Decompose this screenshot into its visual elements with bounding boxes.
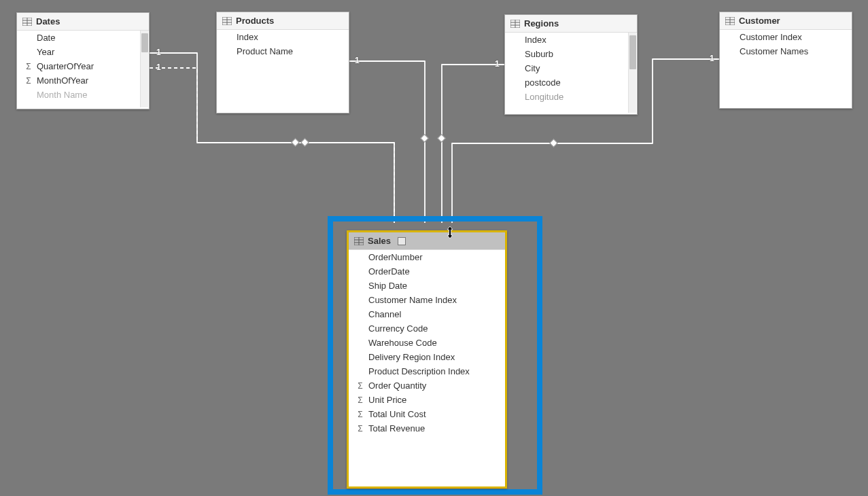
table-badge-icon: [398, 237, 406, 245]
filter-direction-node: [300, 138, 309, 147]
field-name: City: [525, 63, 540, 73]
field-name: Product Description Index: [368, 366, 470, 376]
cardinality-many: *: [413, 217, 416, 224]
scrollbar[interactable]: [628, 33, 636, 113]
filter-direction-node: [549, 139, 558, 147]
field-row[interactable]: Warehouse Code: [349, 336, 505, 350]
field-name: Channel: [368, 309, 401, 319]
field-name: MonthOfYear: [37, 75, 88, 86]
sigma-icon: Σ: [24, 62, 33, 71]
table-icon: [510, 20, 520, 28]
field-name: OrderDate: [368, 266, 410, 277]
field-row[interactable]: Longitude: [505, 90, 637, 104]
field-name: Currency Code: [368, 323, 428, 334]
field-row[interactable]: OrderNumber: [349, 250, 505, 264]
field-row[interactable]: Product Description Index: [349, 364, 505, 378]
table-icon: [354, 237, 364, 245]
cardinality-dates-1: 1: [156, 48, 161, 57]
table-header-products[interactable]: Products: [217, 12, 349, 30]
field-name: Month Name: [37, 90, 87, 100]
scrollbar[interactable]: [140, 31, 148, 107]
cardinality-products: 1: [355, 56, 360, 65]
cardinality-many: *: [443, 217, 446, 224]
field-row[interactable]: ΣQuarterOfYear: [17, 59, 149, 73]
field-name: Warehouse Code: [368, 338, 437, 348]
sigma-icon: Σ: [355, 381, 365, 391]
field-name: Product Name: [237, 46, 293, 56]
filter-direction-node: [437, 134, 446, 143]
field-row[interactable]: Customer Names: [720, 44, 852, 58]
scrollbar-thumb[interactable]: [629, 35, 636, 69]
field-row[interactable]: Product Name: [217, 44, 349, 58]
table-header-dates[interactable]: Dates: [17, 13, 149, 31]
field-row[interactable]: postcode: [505, 75, 637, 90]
field-row[interactable]: Ship Date: [349, 279, 505, 293]
table-dates[interactable]: Dates Date Year ΣQuarterOfYear ΣMonthOfY…: [16, 12, 150, 109]
cardinality-many: *: [430, 217, 432, 224]
table-header-regions[interactable]: Regions: [505, 15, 637, 33]
field-name: Total Revenue: [368, 423, 425, 433]
field-row[interactable]: Index: [505, 33, 637, 47]
field-name: Index: [237, 32, 258, 42]
field-row[interactable]: City: [505, 61, 637, 75]
field-name: Customer Names: [740, 46, 808, 56]
field-row[interactable]: Customer Index: [720, 30, 852, 44]
table-header-sales[interactable]: Sales: [349, 232, 505, 250]
field-name: Order Quantity: [368, 380, 426, 391]
field-row[interactable]: Month Name: [17, 88, 149, 102]
field-row[interactable]: Year: [17, 45, 149, 59]
cardinality-customer: 1: [710, 54, 714, 63]
field-name: Total Unit Cost: [368, 409, 426, 419]
table-title: Sales: [368, 236, 391, 246]
filter-direction-node: [291, 138, 300, 147]
field-name: OrderNumber: [368, 252, 422, 262]
field-row[interactable]: OrderDate: [349, 264, 505, 279]
field-name: Longitude: [525, 92, 563, 102]
table-icon: [222, 17, 232, 25]
field-name: Unit Price: [368, 395, 406, 405]
sigma-icon: Σ: [24, 76, 33, 86]
cardinality-regions: 1: [495, 59, 500, 69]
field-row[interactable]: Channel: [349, 307, 505, 321]
table-products[interactable]: Products Index Product Name: [216, 12, 349, 113]
field-row[interactable]: ΣOrder Quantity: [349, 378, 505, 393]
table-icon: [725, 17, 735, 25]
table-title: Customer: [739, 16, 780, 26]
filter-direction-node: [420, 134, 429, 143]
field-name: Index: [525, 35, 546, 45]
field-row[interactable]: ΣUnit Price: [349, 393, 505, 407]
field-row[interactable]: Suburb: [505, 47, 637, 61]
field-row[interactable]: Delivery Region Index: [349, 350, 505, 364]
cardinality-many: *: [454, 217, 457, 224]
table-title: Dates: [36, 16, 60, 26]
field-name: Ship Date: [368, 281, 407, 291]
field-row[interactable]: Index: [217, 30, 349, 44]
sigma-icon: Σ: [355, 424, 365, 433]
scrollbar-thumb[interactable]: [141, 33, 148, 52]
field-name: Year: [37, 47, 54, 57]
field-name: Customer Index: [740, 32, 802, 42]
sigma-icon: Σ: [355, 410, 365, 419]
sigma-icon: Σ: [355, 395, 365, 405]
field-row[interactable]: ΣTotal Revenue: [349, 421, 505, 436]
table-customer[interactable]: Customer Customer Index Customer Names: [719, 12, 852, 109]
cardinality-dates-2: 1: [156, 63, 161, 72]
table-sales[interactable]: Sales OrderNumber OrderDate Ship Date Cu…: [347, 230, 507, 489]
field-row[interactable]: Date: [17, 31, 149, 45]
table-title: Regions: [524, 18, 559, 29]
table-title: Products: [236, 16, 274, 26]
field-row[interactable]: Currency Code: [349, 321, 505, 336]
field-name: Suburb: [525, 49, 553, 59]
cardinality-many: *: [393, 217, 396, 224]
field-name: Delivery Region Index: [368, 352, 455, 362]
field-name: postcode: [525, 77, 561, 88]
field-name: Date: [37, 33, 55, 43]
table-icon: [22, 18, 32, 26]
field-row[interactable]: Customer Name Index: [349, 293, 505, 307]
field-row[interactable]: ΣTotal Unit Cost: [349, 407, 505, 421]
table-regions[interactable]: Regions Index Suburb City postcode Longi…: [504, 14, 638, 115]
field-name: Customer Name Index: [368, 295, 457, 305]
field-name: QuarterOfYear: [37, 61, 94, 71]
table-header-customer[interactable]: Customer: [720, 12, 852, 30]
field-row[interactable]: ΣMonthOfYear: [17, 73, 149, 88]
